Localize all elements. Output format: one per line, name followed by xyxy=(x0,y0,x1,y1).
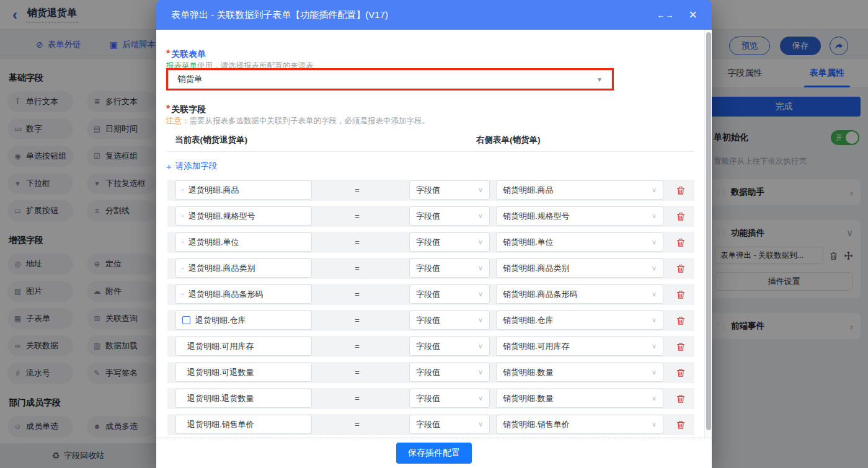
chevron-down-icon: ∨ xyxy=(652,368,657,376)
equals-sign: = xyxy=(351,342,363,351)
chevron-down-icon: ∨ xyxy=(478,394,483,402)
field-mapping-row: 退货明细.可用库存 = 字段值 ∨ 销货明细.可用库存 ∨ xyxy=(167,336,694,357)
mode-select[interactable]: 字段值 ∨ xyxy=(409,232,490,252)
modal-scrollbar xyxy=(704,30,712,438)
mode-select[interactable]: 字段值 ∨ xyxy=(409,180,490,200)
current-field-input[interactable]: 退货明细.仓库 xyxy=(175,311,312,330)
current-field-input[interactable]: 退货明细.可退数量 xyxy=(175,363,312,382)
text-field-icon xyxy=(182,294,184,294)
mode-select[interactable]: 字段值 ∨ xyxy=(409,258,490,278)
chevron-down-icon: ∨ xyxy=(478,342,483,350)
chevron-down-icon: ∨ xyxy=(478,368,483,376)
source-field-select[interactable]: 销货明细.可用库存 ∨ xyxy=(496,337,663,356)
chevron-down-icon: ∨ xyxy=(652,212,657,220)
current-field-value: 退货明细.可退数量 xyxy=(187,367,254,378)
current-field-input[interactable]: 退货明细.规格型号 xyxy=(175,206,312,226)
delete-row-icon[interactable] xyxy=(676,342,686,351)
related-form-select[interactable]: 销货单 ▼ xyxy=(168,70,612,89)
equals-sign: = xyxy=(351,394,363,403)
source-field-select[interactable]: 销货明细.仓库 ∨ xyxy=(496,311,663,330)
field-mapping-row: 退货明细.可退数量 = 字段值 ∨ 销货明细.数量 ∨ xyxy=(167,362,694,383)
text-field-icon xyxy=(182,242,184,242)
related-form-label: 关联表单 xyxy=(171,49,206,59)
app-screen: ‹ 销货退货单 数据管理 存 ⊘ 表单外链 ▣ 后端脚本 预览 保存 xyxy=(0,0,868,468)
caret-down-icon: ▼ xyxy=(596,76,603,83)
mode-select[interactable]: 字段值 ∨ xyxy=(409,337,490,356)
field-mapping-row: 退货明细.单位 = 字段值 ∨ 销货明细.单位 ∨ xyxy=(167,232,694,253)
current-field-input[interactable]: 退货明细.可用库存 xyxy=(175,337,312,356)
expand-icon[interactable]: ←→ xyxy=(657,11,674,20)
current-field-input[interactable]: 退货明细.销售单价 xyxy=(175,415,312,434)
source-field-select[interactable]: 销货明细.商品条形码 ∨ xyxy=(496,285,663,304)
source-field-select[interactable]: 销货明细.销售单价 ∨ xyxy=(496,415,663,434)
delete-row-icon[interactable] xyxy=(676,316,686,325)
field-mapping-row: 退货明细.规格型号 = 字段值 ∨ 销货明细.规格型号 ∨ xyxy=(167,206,694,227)
source-field-select[interactable]: 销货明细.商品 ∨ xyxy=(496,180,663,200)
current-field-input[interactable]: 退货明细.单位 xyxy=(175,232,312,252)
mode-select-value: 字段值 xyxy=(416,237,440,248)
source-field-value: 销货明细.数量 xyxy=(503,393,554,404)
plus-icon: + xyxy=(166,161,172,172)
divider xyxy=(166,151,694,152)
chevron-down-icon: ∨ xyxy=(652,290,657,298)
source-field-select[interactable]: 销货明细.商品类别 ∨ xyxy=(496,258,663,278)
delete-row-icon[interactable] xyxy=(676,237,686,247)
current-field-value: 退货明细.仓库 xyxy=(195,315,246,326)
delete-row-icon[interactable] xyxy=(676,394,686,404)
delete-row-icon[interactable] xyxy=(676,420,686,430)
current-field-input[interactable]: 退货明细.商品 xyxy=(175,180,312,200)
source-field-select[interactable]: 销货明细.规格型号 ∨ xyxy=(496,206,663,226)
equals-sign: = xyxy=(351,420,363,429)
add-field-link[interactable]: + 请添加字段 xyxy=(166,161,217,172)
required-mark: * xyxy=(166,48,170,59)
mode-select[interactable]: 字段值 ∨ xyxy=(409,311,490,330)
source-field-value: 销货明细.销售单价 xyxy=(503,419,570,430)
delete-row-icon[interactable] xyxy=(676,289,686,299)
chevron-down-icon: ∨ xyxy=(478,316,483,324)
source-field-value: 销货明细.规格型号 xyxy=(503,211,570,222)
chevron-down-icon: ∨ xyxy=(478,264,483,272)
equals-sign: = xyxy=(351,368,363,377)
equals-sign: = xyxy=(351,185,363,195)
current-field-input[interactable]: 退货明细.退货数量 xyxy=(175,389,312,408)
current-field-input[interactable]: 退货明细.商品条形码 xyxy=(175,285,312,304)
close-icon[interactable]: × xyxy=(689,8,697,22)
mode-select-value: 字段值 xyxy=(416,211,440,222)
source-field-select[interactable]: 销货明细.数量 ∨ xyxy=(496,389,663,408)
source-field-value: 销货明细.商品条形码 xyxy=(503,289,578,300)
current-field-input[interactable]: 退货明细.商品类别 xyxy=(175,258,312,278)
mode-select[interactable]: 字段值 ∨ xyxy=(409,206,490,226)
source-field-value: 销货明细.商品 xyxy=(503,185,554,196)
source-field-select[interactable]: 销货明细.单位 ∨ xyxy=(496,232,663,252)
text-field-icon xyxy=(182,216,184,216)
mode-select[interactable]: 字段值 ∨ xyxy=(409,415,490,434)
modal-footer: 保存插件配置 xyxy=(156,438,712,468)
note-text: 需要从报表多选数据中关联到子表单的字段，必须是报表中添加字段。 xyxy=(190,117,430,125)
save-plugin-config-button[interactable]: 保存插件配置 xyxy=(396,443,472,464)
field-mapping-row: 退货明细.退货数量 = 字段值 ∨ 销货明细.数量 ∨ xyxy=(167,388,694,409)
delete-row-icon[interactable] xyxy=(676,368,686,377)
equals-sign: = xyxy=(351,211,363,221)
source-field-value: 销货明细.数量 xyxy=(503,367,554,378)
mode-select-value: 字段值 xyxy=(416,289,440,300)
chevron-down-icon: ∨ xyxy=(478,212,483,220)
current-field-value: 退货明细.商品条形码 xyxy=(188,289,264,300)
mode-select[interactable]: 字段值 ∨ xyxy=(409,285,490,304)
current-table-header: 当前表(销货退货单) xyxy=(175,135,247,146)
modal-header: 表单弹出 - 关联数据到子表单【功能插件配置】(V17) ←→ × xyxy=(156,0,712,30)
required-mark: * xyxy=(166,104,170,114)
chevron-down-icon: ∨ xyxy=(652,238,657,246)
mode-select[interactable]: 字段值 ∨ xyxy=(409,389,490,408)
mode-select[interactable]: 字段值 ∨ xyxy=(409,363,490,382)
current-field-value: 退货明细.规格型号 xyxy=(188,211,255,222)
chevron-down-icon: ∨ xyxy=(652,264,657,272)
delete-row-icon[interactable] xyxy=(676,211,686,221)
current-field-value: 退货明细.单位 xyxy=(188,237,239,248)
equals-sign: = xyxy=(351,289,363,299)
delete-row-icon[interactable] xyxy=(676,263,686,273)
scrollbar-thumb[interactable] xyxy=(706,32,711,430)
delete-row-icon[interactable] xyxy=(676,185,686,195)
modal-body: *关联表单 报表菜单使用，请选择报表所配置的来源表 销货单 ▼ *关联字段 注意… xyxy=(156,30,712,438)
source-field-select[interactable]: 销货明细.数量 ∨ xyxy=(496,363,663,382)
field-mapping-row: 退货明细.销售单价 = 字段值 ∨ 销货明细.销售单价 ∨ xyxy=(167,414,694,435)
